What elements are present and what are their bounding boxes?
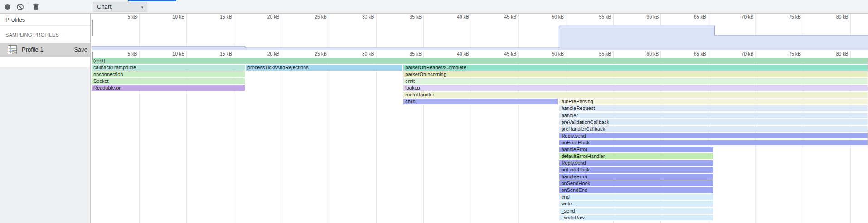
view-mode-select[interactable]: Chart ▾ xyxy=(93,2,147,12)
frame-bar[interactable]: handleError xyxy=(559,174,713,180)
ruler-gridline xyxy=(281,51,281,223)
view-mode-value: Chart xyxy=(97,3,112,10)
record-button[interactable] xyxy=(4,3,11,11)
frame-bar[interactable]: routeHandler xyxy=(403,92,868,98)
ruler-tick-label: 40 kB xyxy=(438,51,469,57)
profile-name: Profile 1 xyxy=(22,43,44,57)
ruler-tick-label: 60 kB xyxy=(628,51,659,57)
ruler-gridline xyxy=(329,51,329,223)
ruler-tick-label: 65 kB xyxy=(675,51,706,57)
overview-pane[interactable]: 5 kB10 kB15 kB20 kB25 kB30 kB35 kB40 kB4… xyxy=(92,14,868,50)
frame-bar[interactable]: onErrorHook xyxy=(559,140,868,146)
trash-icon xyxy=(32,3,40,11)
frame-bar[interactable]: handleRequest xyxy=(559,105,868,111)
frame-bar[interactable]: Reply.send xyxy=(559,133,868,139)
frame-bar[interactable]: preValidationCallback xyxy=(559,119,868,125)
frame-bar[interactable]: onErrorHook xyxy=(559,167,713,173)
ruler-tick-label: 25 kB xyxy=(296,51,327,57)
frame-bar[interactable]: _send xyxy=(559,208,713,214)
frame-bar[interactable]: handler xyxy=(559,113,868,119)
ruler-tick-label: 70 kB xyxy=(723,51,753,57)
frame-bar[interactable]: emit xyxy=(403,78,868,84)
frame-bar[interactable]: onSendEnd xyxy=(559,187,713,193)
frame-bar[interactable]: preHandlerCallback xyxy=(559,126,868,132)
overview-area-chart[interactable] xyxy=(92,14,868,50)
frame-bar[interactable]: handleError xyxy=(559,147,713,152)
frame-bar[interactable]: parserOnIncoming xyxy=(403,71,868,77)
memory-profiler-panel: Chart ▾ Profiles SAMPLING PROFILES % Pro… xyxy=(0,0,868,223)
ruler-tick-label: 5 kB xyxy=(107,51,137,57)
ruler-tick-label: 10 kB xyxy=(154,51,184,57)
sidebar-item-profile-1[interactable]: % Profile 1 Save xyxy=(0,43,90,57)
delete-profile-button[interactable] xyxy=(32,3,40,11)
frame-bar[interactable]: parserOnHeadersComplete xyxy=(403,65,868,71)
frame-bar[interactable]: Socket xyxy=(92,78,245,84)
frame-bar[interactable]: callbackTrampoline xyxy=(92,65,245,71)
active-tab-indicator xyxy=(128,0,176,1)
ruler-tick-label: 35 kB xyxy=(391,51,422,57)
toolbar-separator xyxy=(28,2,28,11)
frame-bar[interactable]: defaultErrorHandler xyxy=(559,153,713,159)
sampling-profiles-section-label: SAMPLING PROFILES xyxy=(0,32,90,39)
sidebar-empty-area xyxy=(0,67,90,223)
pane-resize-grip[interactable] xyxy=(92,20,93,36)
toolbar: Chart ▾ xyxy=(0,0,868,14)
frame-bar[interactable]: child xyxy=(403,99,558,104)
frame-bar[interactable]: runPreParsing xyxy=(559,99,868,104)
sidebar-heading: Profiles xyxy=(0,14,90,26)
record-icon xyxy=(4,3,11,11)
frame-bar[interactable]: write_ xyxy=(559,201,713,207)
ruler-tick-label: 15 kB xyxy=(201,51,232,57)
chevron-down-icon: ▾ xyxy=(141,3,143,12)
svg-text:%: % xyxy=(13,50,16,54)
save-profile-link[interactable]: Save xyxy=(74,43,87,57)
frame-bar[interactable]: processTicksAndRejections xyxy=(246,65,402,71)
frame-bar[interactable]: end xyxy=(559,194,713,200)
sidebar: Profiles SAMPLING PROFILES % Profile 1 S… xyxy=(0,14,91,223)
frame-bar[interactable]: onconnection xyxy=(92,71,245,77)
flame-chart-pane[interactable]: 5 kB10 kB15 kB20 kB25 kB30 kB35 kB40 kB4… xyxy=(92,51,868,223)
frame-bar[interactable]: lookup xyxy=(403,85,868,91)
ruler-tick-label: 45 kB xyxy=(485,51,516,57)
ruler-tick-label: 30 kB xyxy=(344,51,374,57)
frame-bar[interactable]: Reply.send xyxy=(559,160,713,166)
profile-document-icon: % xyxy=(7,45,17,55)
ruler-gridline xyxy=(376,51,377,223)
frame-bar[interactable]: onSendHook xyxy=(559,180,713,186)
frame-bar[interactable]: Readable.on xyxy=(92,85,245,91)
ruler-tick-label: 75 kB xyxy=(770,51,801,57)
block-icon xyxy=(16,3,24,11)
ruler-tick-label: 50 kB xyxy=(533,51,564,57)
ruler-tick-label: 55 kB xyxy=(581,51,611,57)
clear-button[interactable] xyxy=(16,3,24,11)
frame-bar[interactable]: _writeRaw xyxy=(559,215,713,221)
ruler-tick-label: 80 kB xyxy=(818,51,849,57)
ruler-tick-label: 20 kB xyxy=(248,51,279,57)
pane-resize-grip[interactable] xyxy=(92,52,93,60)
frame-bar[interactable]: (root) xyxy=(92,58,868,64)
